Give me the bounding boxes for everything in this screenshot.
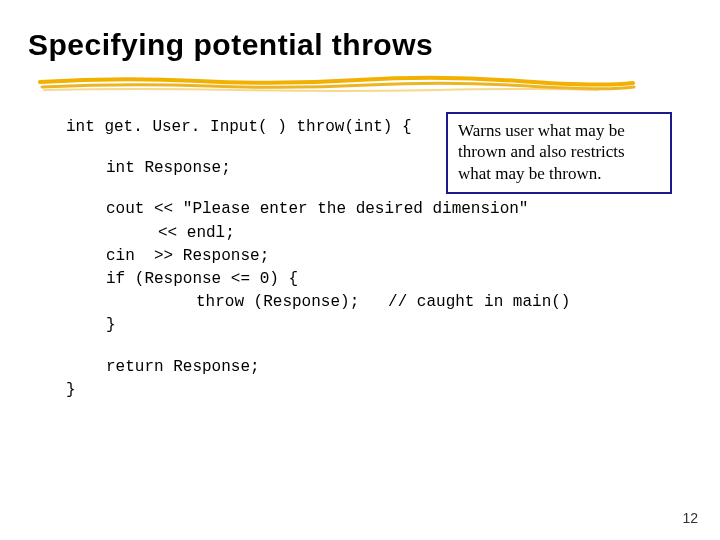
code-line: } bbox=[66, 379, 692, 402]
code-line: if (Response <= 0) { bbox=[106, 268, 692, 291]
code-line: cout << "Please enter the desired dimens… bbox=[106, 198, 692, 221]
title-underline bbox=[38, 74, 692, 92]
code-line: return Response; bbox=[106, 356, 692, 379]
page-title: Specifying potential throws bbox=[28, 28, 692, 62]
code-line: cin >> Response; bbox=[106, 245, 692, 268]
code-line: } bbox=[106, 314, 692, 337]
callout-box: Warns user what may be thrown and also r… bbox=[446, 112, 672, 194]
code-line: throw (Response); // caught in main() bbox=[196, 291, 692, 314]
callout-text: Warns user what may be thrown and also r… bbox=[458, 121, 625, 183]
code-line: << endl; bbox=[158, 222, 692, 245]
page-number: 12 bbox=[682, 510, 698, 526]
